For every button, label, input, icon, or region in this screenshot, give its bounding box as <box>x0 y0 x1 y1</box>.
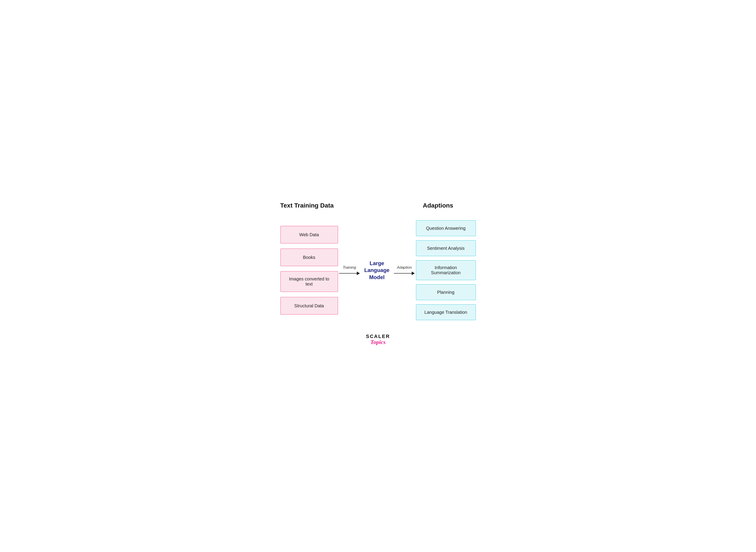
adaption-arrow-head <box>412 272 415 275</box>
adaption-item: Language Translation <box>416 304 476 320</box>
center-column: Training Large Language Model Adaption <box>339 258 415 283</box>
llm-title: Large Language Model <box>364 260 389 281</box>
adaption-arrow-shaft <box>394 273 412 274</box>
adaption-arrow-line <box>394 272 415 275</box>
llm-line1: Large Language <box>364 260 389 273</box>
training-label: Training <box>343 265 356 270</box>
adaption-item: Sentiment Analysis <box>416 240 476 256</box>
training-data-item: Structural Data <box>280 297 338 315</box>
training-data-item: Images converted to text <box>280 271 338 292</box>
left-header-title: Text Training Data <box>280 202 356 209</box>
arrows-and-model: Training Large Language Model Adaption <box>339 258 415 283</box>
logo-topics-text: Topics <box>280 339 476 346</box>
training-arrow-head <box>357 272 360 275</box>
adaption-label: Adaption <box>397 265 412 270</box>
adaption-item: Question Answering <box>416 220 476 236</box>
right-header-title: Adaptions <box>400 202 476 209</box>
llm-line2: Model <box>369 274 385 280</box>
adaptions-column: Question AnsweringSentiment AnalysisInfo… <box>416 220 476 320</box>
main-content: Web DataBooksImages converted to textStr… <box>280 220 476 320</box>
diagram-wrapper: Text Training Data Adaptions Web DataBoo… <box>271 189 485 363</box>
training-arrow-group: Training <box>339 265 360 275</box>
training-data-column: Web DataBooksImages converted to textStr… <box>280 226 338 315</box>
training-data-item: Books <box>280 249 338 266</box>
logo-scaler-text: SCALER <box>280 333 476 339</box>
training-data-item: Web Data <box>280 226 338 244</box>
headers: Text Training Data Adaptions <box>280 202 476 209</box>
llm-box: Large Language Model <box>360 258 394 283</box>
adaption-arrow-group: Adaption <box>394 265 415 275</box>
training-arrow-shaft <box>339 273 357 274</box>
training-arrow-line <box>339 272 360 275</box>
footer-logo: SCALER Topics <box>280 333 476 346</box>
adaption-item: Planning <box>416 284 476 300</box>
adaption-item: Information Summarization <box>416 260 476 280</box>
